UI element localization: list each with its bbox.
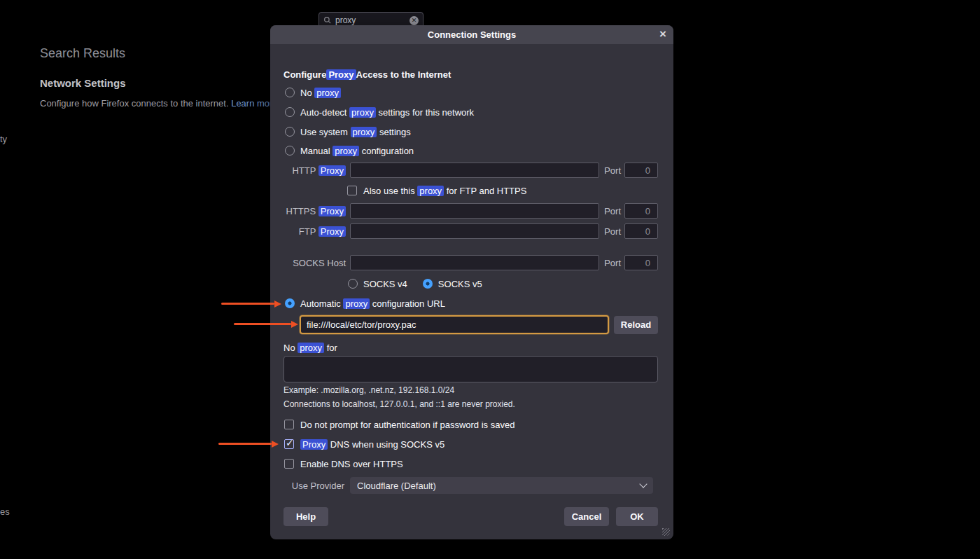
sidebar-clipped-text-top: ty	[0, 134, 7, 144]
search-highlight: proxy	[343, 298, 370, 309]
search-highlight: Proxy	[318, 165, 346, 176]
radio-label: Use system proxy settings	[300, 127, 411, 137]
radio-icon	[285, 146, 295, 156]
provider-dropdown[interactable]: Cloudflare (Default)	[350, 477, 653, 494]
search-input[interactable]: proxy	[335, 15, 406, 25]
radio-label: SOCKS v4	[363, 279, 407, 289]
https-proxy-label: HTTPS Proxy	[284, 206, 346, 216]
provider-selected-value: Cloudflare (Default)	[357, 481, 436, 491]
annotation-arrow-auto-proxy	[221, 303, 274, 305]
localhost-note-text: Connections to localhost, 127.0.0.1, and…	[284, 399, 515, 410]
sidebar-clipped-text-bottom: es	[0, 506, 10, 517]
description-text: Configure how Firefox connects to the in…	[40, 98, 231, 109]
checkbox-label: Do not prompt for authentication if pass…	[300, 420, 514, 430]
ftp-proxy-row: FTP Proxy Port	[284, 223, 658, 239]
radio-automatic-proxy-url[interactable]: Automatic proxy configuration URL	[285, 296, 445, 310]
no-proxy-example-text: Example: .mozilla.org, .net.nz, 192.168.…	[284, 385, 454, 396]
search-highlight: Proxy	[300, 439, 328, 450]
provider-row: Use Provider Cloudflare (Default)	[284, 477, 653, 494]
radio-auto-detect-proxy[interactable]: Auto-detect proxy settings for this netw…	[285, 105, 474, 119]
search-icon	[323, 16, 332, 25]
ftp-proxy-field[interactable]	[350, 223, 599, 239]
http-port-label: Port	[604, 165, 621, 176]
radio-icon	[285, 107, 295, 117]
checkbox-label: Enable DNS over HTTPS	[300, 459, 403, 469]
auto-proxy-url-row: Reload	[300, 315, 658, 334]
search-highlight: proxy	[417, 186, 444, 196]
radio-no-proxy[interactable]: No proxy	[285, 85, 341, 99]
ftp-port-field[interactable]	[624, 223, 658, 239]
radio-icon	[423, 279, 433, 289]
socks-port-label: Port	[604, 258, 621, 268]
chevron-down-icon	[639, 480, 647, 488]
proxy-url-field[interactable]	[300, 315, 609, 334]
close-icon[interactable]: ×	[659, 27, 666, 42]
socks-host-row: SOCKS Host Port	[284, 255, 658, 270]
radio-manual-proxy[interactable]: Manual proxy configuration	[285, 144, 414, 158]
clear-search-icon[interactable]: ✕	[410, 16, 419, 25]
http-proxy-row: HTTP Proxy Port	[284, 163, 658, 178]
checkbox-label: Proxy DNS when using SOCKS v5	[300, 439, 444, 450]
checkbox-label: Also use this proxy for FTP and HTTPS	[363, 186, 526, 196]
search-highlight: proxy	[314, 88, 341, 98]
socks-host-label: SOCKS Host	[284, 258, 346, 268]
network-settings-title: Network Settings	[40, 77, 126, 89]
radio-icon	[285, 127, 295, 137]
no-proxy-for-label: No proxy for	[284, 340, 337, 354]
search-highlight: proxy	[298, 343, 324, 353]
cancel-button[interactable]: Cancel	[564, 507, 609, 526]
network-settings-description: Configure how Firefox connects to the in…	[40, 98, 278, 109]
http-port-field[interactable]	[624, 163, 658, 178]
reload-button[interactable]: Reload	[614, 316, 658, 334]
http-proxy-field[interactable]	[350, 163, 599, 178]
checkbox-icon	[284, 420, 294, 429]
socks-host-field[interactable]	[350, 255, 599, 270]
radio-label: SOCKS v5	[438, 279, 482, 289]
https-port-field[interactable]	[624, 203, 658, 219]
dialog-heading: Configure Proxy Access to the Internet	[284, 67, 451, 81]
checkbox-also-use-proxy[interactable]: Also use this proxy for FTP and HTTPS	[347, 184, 526, 198]
checkbox-dns-over-https[interactable]: Enable DNS over HTTPS	[284, 457, 403, 471]
use-provider-label: Use Provider	[284, 481, 344, 491]
socks-version-row: SOCKS v4 SOCKS v5	[348, 277, 482, 291]
checkbox-icon	[347, 186, 357, 195]
radio-socks-v5[interactable]: SOCKS v5	[423, 279, 482, 289]
https-port-label: Port	[604, 206, 621, 216]
search-highlight: Proxy	[318, 226, 346, 237]
connection-settings-dialog: Connection Settings × Configure Proxy Ac…	[270, 25, 673, 539]
search-highlight: proxy	[351, 127, 377, 137]
radio-icon	[285, 88, 295, 97]
ftp-port-label: Port	[604, 226, 621, 237]
ftp-proxy-label: FTP Proxy	[284, 226, 346, 237]
dialog-titlebar: Connection Settings ×	[270, 25, 673, 44]
http-proxy-label: HTTP Proxy	[284, 165, 346, 176]
annotation-arrow-url-field	[234, 323, 291, 325]
socks-port-field[interactable]	[624, 255, 658, 270]
no-proxy-for-textarea[interactable]	[284, 356, 658, 382]
radio-system-proxy[interactable]: Use system proxy settings	[285, 125, 411, 139]
https-proxy-row: HTTPS Proxy Port	[284, 203, 658, 219]
search-highlight: proxy	[349, 107, 376, 118]
checkbox-icon	[284, 439, 294, 449]
help-button[interactable]: Help	[284, 507, 328, 526]
search-results-title: Search Results	[40, 46, 125, 61]
dialog-title: Connection Settings	[428, 29, 516, 40]
radio-icon	[348, 279, 358, 289]
radio-label: Manual proxy configuration	[300, 146, 414, 156]
radio-icon	[285, 298, 295, 308]
checkbox-icon	[284, 459, 294, 469]
checkbox-proxy-dns-socks5[interactable]: Proxy DNS when using SOCKS v5	[284, 437, 444, 451]
resize-grip-icon[interactable]	[662, 528, 670, 536]
checkbox-no-auth-prompt[interactable]: Do not prompt for authentication if pass…	[284, 417, 514, 432]
radio-socks-v4[interactable]: SOCKS v4	[348, 279, 407, 289]
search-highlight: Proxy	[326, 69, 356, 80]
radio-label: Auto-detect proxy settings for this netw…	[300, 107, 474, 118]
radio-label: Automatic proxy configuration URL	[300, 298, 445, 309]
screen: { "colors": { "search_highlight": "#3b52…	[0, 0, 980, 559]
annotation-arrow-proxy-dns	[218, 443, 272, 445]
radio-label: No proxy	[300, 88, 341, 98]
search-highlight: Proxy	[318, 206, 346, 216]
https-proxy-field[interactable]	[350, 203, 599, 219]
search-highlight: proxy	[332, 146, 359, 156]
ok-button[interactable]: OK	[616, 507, 658, 526]
